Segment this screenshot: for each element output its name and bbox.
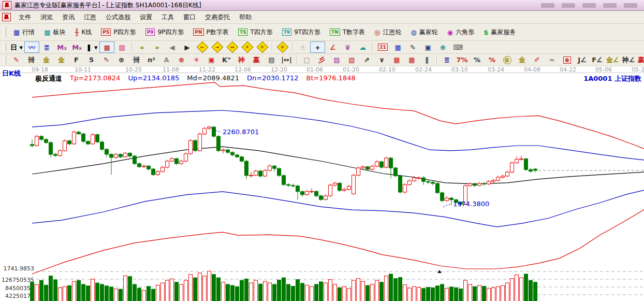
p-number-table-button[interactable]: PNP数字表	[188, 26, 233, 39]
fan-box-icon[interactable]: ▨	[329, 54, 344, 66]
pen-tool-icon[interactable]: ✎	[9, 54, 24, 66]
fan-box2-icon[interactable]: ▧	[344, 54, 359, 66]
titlebar-button[interactable]	[562, 3, 575, 8]
candle-style-dropdown[interactable]: ❚ ▾	[84, 41, 99, 53]
kline-button[interactable]: ╫K线	[70, 26, 97, 39]
ink-brush-icon[interactable]: ✐	[530, 54, 545, 66]
red-grid-arrow-icon[interactable]: ▦	[404, 54, 419, 66]
volume-profile-icon[interactable]: ▤	[114, 41, 129, 53]
compress-diamond-icon[interactable]: ✕	[240, 41, 255, 53]
save-floppy-icon[interactable]: ▣	[420, 41, 435, 53]
menu-item-file[interactable]: 文件	[14, 11, 36, 23]
t9-square-button[interactable]: T99T四方形	[277, 26, 325, 39]
shift-right-diamond-icon[interactable]: →	[210, 41, 225, 53]
winner-wheel-button[interactable]: ◍赢家轮	[406, 26, 442, 39]
p-square-button[interactable]: PSP四方形	[96, 26, 140, 39]
calendar-21-icon[interactable]: 21	[375, 41, 390, 53]
pattern-box-icon[interactable]: ▩	[99, 41, 114, 53]
gann-wheel-button[interactable]: ◎江恩轮	[370, 26, 406, 39]
menu-item-trade-order[interactable]: 交易委托	[200, 11, 235, 23]
menu-item-info[interactable]: 资讯	[57, 11, 79, 23]
gold-angle-icon[interactable]: 金∠	[605, 54, 621, 66]
market-quotes-button[interactable]: ▦行情	[9, 26, 39, 39]
menu-item-tools[interactable]: 工具	[157, 11, 179, 23]
percent-line-icon[interactable]: %	[485, 54, 500, 66]
titlebar-button[interactable]	[541, 3, 554, 8]
period-day-dropdown[interactable]: 日 ▾	[9, 41, 24, 53]
t-number-table-button[interactable]: TNT数字表	[325, 26, 370, 39]
ruler-123-icon[interactable]: ▤	[264, 54, 279, 66]
calculator-icon[interactable]: ▦	[390, 41, 405, 53]
last-page-button[interactable]: »	[150, 41, 165, 53]
menu-item-gann[interactable]: 江恩	[79, 11, 101, 23]
gold-circle-icon[interactable]: 金	[500, 54, 515, 66]
sector-blocks-button[interactable]: ▩板块	[39, 26, 70, 39]
prev-bar-button[interactable]: ◀	[165, 41, 180, 53]
j-angle-icon[interactable]: J∠	[575, 54, 590, 66]
line-grid-icon[interactable]: 卌	[129, 54, 144, 66]
winner-service-button[interactable]: $赢家服务	[479, 26, 520, 39]
gann-grid-icon[interactable]: 卌	[24, 54, 39, 66]
gold-line-icon[interactable]: 金	[515, 54, 530, 66]
shen-grid-icon[interactable]: 神	[234, 54, 249, 66]
gold-box-icon[interactable]: 金	[560, 54, 575, 66]
cloud-tool-icon[interactable]: ☁	[355, 41, 370, 53]
n-square-icon[interactable]: n²	[144, 54, 159, 66]
target-cross-icon[interactable]: ⊕	[174, 54, 189, 66]
gann-circle-icon[interactable]: ⊕	[114, 54, 129, 66]
t-square-button[interactable]: TST四方形	[233, 26, 277, 39]
center-view-diamond-icon[interactable]: ✛	[275, 41, 290, 53]
first-page-button[interactable]: «	[135, 41, 150, 53]
terminal-icon[interactable]: ⌨	[450, 41, 465, 53]
shen-angle-icon[interactable]: 神∠	[621, 54, 637, 66]
f-grid-icon[interactable]: F	[69, 54, 84, 66]
titlebar-button[interactable]	[603, 3, 617, 8]
expand-all-diamond-icon[interactable]: ✛	[255, 41, 270, 53]
zigzag-icon[interactable]: ∨	[374, 54, 389, 66]
parallel-lines-icon[interactable]: ∥	[419, 54, 434, 66]
web-update-icon[interactable]: ⊕	[435, 41, 450, 53]
five-spiral-icon[interactable]: 5	[84, 54, 99, 66]
expand-horizontal-diamond-icon[interactable]: ↔	[225, 41, 240, 53]
titlebar-button[interactable]	[624, 3, 637, 8]
bars-9-icon[interactable]: M₉	[69, 41, 84, 53]
shift-left-diamond-icon[interactable]: ←	[195, 41, 210, 53]
wave-a-icon[interactable]: ≈	[545, 54, 560, 66]
titlebar-button[interactable]	[582, 3, 596, 8]
red-grid-icon[interactable]: ▦	[389, 54, 404, 66]
measure-width-icon[interactable]: |↔|	[279, 54, 294, 66]
titlebar-buttons[interactable]	[541, 3, 641, 8]
menu-item-settings[interactable]: 设置	[135, 11, 157, 23]
k-quote-icon[interactable]: K"	[219, 54, 234, 66]
menu-item-formula-select[interactable]: 公式选股	[101, 11, 135, 23]
trend-arrows-icon[interactable]: ⇗	[359, 54, 374, 66]
kline-chart-area[interactable]: 09-1810-1110-2511-0811-2212-0612-2001-06…	[0, 66, 644, 301]
menu-item-help[interactable]: 帮助	[235, 11, 256, 23]
winner-angle-icon[interactable]: 赢∠	[636, 54, 644, 66]
rect-tool-icon[interactable]: □	[299, 54, 314, 66]
chart-canvas[interactable]: 09-1810-1110-2511-0811-2212-0612-2001-06…	[0, 66, 644, 301]
bars-3-icon[interactable]: M₃	[54, 41, 69, 53]
volume-ladder-icon[interactable]: ≣	[440, 54, 455, 66]
gold-grid-a-icon[interactable]: 金	[39, 54, 54, 66]
gann-tool-icon[interactable]: ♛	[340, 41, 355, 53]
menu-item-window[interactable]: 窗口	[179, 11, 200, 23]
red-pen-icon[interactable]: ✎	[99, 54, 114, 66]
crosshair-icon[interactable]: ＋	[310, 41, 325, 53]
p9-square-button[interactable]: P99P四方形	[141, 26, 189, 39]
notepad-icon[interactable]: ✎	[405, 41, 420, 53]
text-label-icon[interactable]: A	[159, 54, 174, 66]
winner-grid-icon[interactable]: 赢	[249, 54, 264, 66]
star-burst-icon[interactable]: ✳	[189, 54, 204, 66]
hexagon-button[interactable]: ◉六角形	[443, 26, 479, 39]
quote-sheet-icon[interactable]: ≣	[39, 41, 54, 53]
retrace-percent-icon[interactable]: 7%	[455, 54, 470, 66]
menu-item-browse[interactable]: 浏览	[36, 11, 57, 23]
box-target-icon[interactable]: ▣	[204, 54, 219, 66]
gann-fan-icon[interactable]: 彡	[314, 54, 329, 66]
percent-icon[interactable]: %	[470, 54, 485, 66]
gold-grid-b-icon[interactable]: 金	[54, 54, 69, 66]
angle-measure-icon[interactable]: ∠	[325, 41, 340, 53]
wave-display-icon[interactable]: 〰	[24, 41, 39, 53]
drag-hand-icon[interactable]: ☝	[295, 41, 310, 53]
